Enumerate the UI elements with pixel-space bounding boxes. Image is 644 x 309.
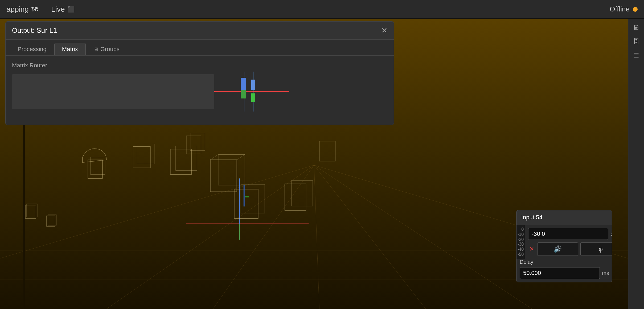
crosshair-v2-line (253, 72, 253, 112)
x-button[interactable]: ✕ (528, 242, 535, 256)
input-panel: Input 54 0 -10 -20 -30 -40 -50 dB ✕ 🔊 φ … (516, 210, 612, 282)
offline-label: Offline (610, 5, 630, 13)
svg-rect-21 (170, 149, 192, 174)
tab-processing-label: Processing (18, 46, 47, 53)
crosshair-display (220, 74, 284, 109)
svg-rect-30 (245, 196, 249, 197)
tab-groups-label: Groups (100, 46, 120, 53)
svg-rect-35 (319, 141, 335, 161)
meter-0: 0 (518, 227, 524, 232)
svg-line-26 (237, 154, 245, 160)
output-panel-header: Output: Sur L1 ✕ (6, 22, 394, 40)
mapping-icon: 🗺 (31, 6, 38, 13)
mapping-section[interactable]: apping 🗺 (6, 5, 38, 14)
svg-rect-16 (27, 204, 37, 217)
right-sidebar: 🖹 🗄 ☰ (628, 19, 644, 309)
svg-line-25 (210, 154, 218, 160)
top-bar-left: apping 🗺 Live ⬛ (6, 5, 75, 14)
input-panel-title: Input 54 (521, 214, 543, 221)
tab-groups-icon: 🖥 (93, 47, 98, 52)
svg-line-0 (0, 165, 314, 258)
delay-input[interactable] (520, 267, 600, 279)
delay-section: Delay ms (516, 259, 612, 282)
db-input[interactable] (528, 228, 608, 240)
meter-10: -10 (518, 232, 524, 237)
ch-bar-green2 (251, 93, 255, 102)
panel-body: Matrix Router (6, 56, 394, 125)
phase-button[interactable]: φ (580, 242, 612, 256)
meter-40: -40 (518, 247, 524, 252)
matrix-main-area[interactable] (12, 74, 214, 109)
speaker-button[interactable]: 🔊 (537, 242, 578, 256)
tab-matrix-label: Matrix (62, 46, 78, 53)
svg-rect-17 (88, 160, 102, 178)
ch-bar-blue1 (241, 78, 246, 90)
output-panel-title: Output: Sur L1 (12, 26, 57, 35)
svg-line-4 (314, 165, 426, 309)
svg-rect-27 (234, 189, 258, 219)
tab-groups[interactable]: 🖥 Groups (86, 43, 127, 55)
svg-rect-23 (210, 160, 237, 192)
svg-rect-20 (137, 144, 154, 164)
meter-strip: 0 -10 -20 -30 -40 -50 (516, 225, 525, 259)
svg-line-5 (314, 165, 532, 309)
svg-line-2 (213, 165, 314, 309)
crosshair-h-line (214, 91, 289, 92)
svg-rect-15 (25, 205, 36, 219)
input-controls: dB ✕ 🔊 φ (525, 225, 612, 259)
doc-icon[interactable]: 🖹 (633, 24, 639, 31)
output-panel: Output: Sur L1 ✕ Processing Matrix 🖥 Gro… (5, 21, 394, 125)
live-icon: ⬛ (67, 6, 75, 13)
db-unit: dB (610, 231, 612, 237)
svg-rect-24 (218, 154, 245, 185)
ch-bar-blue2 (251, 80, 255, 90)
ms-unit: ms (602, 270, 611, 276)
top-bar: apping 🗺 Live ⬛ Offline (0, 0, 644, 19)
tab-processing[interactable]: Processing (10, 43, 54, 55)
delay-row: ms (520, 267, 609, 279)
meter-50: -50 (518, 252, 524, 257)
close-button[interactable]: ✕ (381, 27, 387, 34)
database-icon[interactable]: 🗄 (633, 38, 639, 45)
svg-rect-31 (285, 184, 306, 211)
live-label: Live (51, 5, 65, 14)
mapping-label: apping (6, 5, 29, 14)
db-row: dB (528, 228, 612, 240)
top-bar-right: Offline (610, 5, 638, 13)
live-section[interactable]: Live ⬛ (51, 5, 75, 14)
input-panel-body: 0 -10 -20 -30 -40 -50 dB ✕ 🔊 φ (516, 225, 612, 259)
svg-rect-33 (186, 136, 201, 154)
svg-rect-32 (292, 181, 313, 206)
matrix-router-label: Matrix Router (12, 62, 387, 69)
meter-20: -20 (518, 237, 524, 242)
btn-row: ✕ 🔊 φ (528, 242, 612, 256)
meter-30: -30 (518, 242, 524, 247)
svg-line-3 (314, 165, 319, 309)
matrix-content (12, 74, 387, 109)
delay-label: Delay (520, 259, 609, 265)
tabs-bar: Processing Matrix 🖥 Groups (6, 40, 394, 56)
input-panel-header: Input 54 (516, 210, 612, 225)
svg-rect-19 (133, 146, 150, 168)
offline-status-dot (633, 7, 638, 12)
list-icon[interactable]: ☰ (633, 52, 639, 59)
tab-matrix[interactable]: Matrix (54, 43, 86, 55)
